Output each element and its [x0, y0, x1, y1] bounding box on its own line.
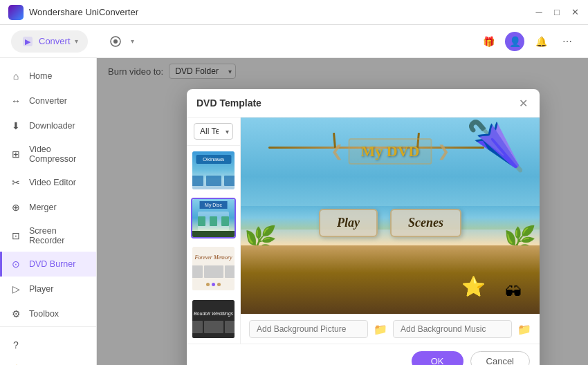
template-item-okinawa[interactable]: Okinawa TourismOkinawa — [191, 150, 236, 191]
bg-picture-input[interactable] — [249, 320, 368, 338]
template-thumb-memory: Forever Memory — [192, 247, 235, 292]
sidebar-label-dvd-burner: DVD Burner — [29, 259, 75, 269]
memory-title: Forever Memory — [194, 254, 232, 261]
okinawa-banner: Okinawa — [196, 155, 231, 164]
sidebar-label-video-editor: Video Editor — [29, 178, 76, 187]
sidebar-item-video-editor[interactable]: ✂ Video Editor — [0, 170, 96, 195]
toolbox-icon: ⚙ — [10, 308, 22, 320]
sidebar-item-dvd-burner[interactable]: ⊙ DVD Burner — [0, 252, 96, 277]
toolbar-icons: 🎁 👤 🔔 ⋯ — [479, 32, 577, 51]
sidebar-item-screen-recorder[interactable]: ⊡ Screen Recorder — [0, 220, 96, 252]
template-thumb-okinawa: Okinawa — [192, 151, 235, 191]
bg-music-folder-icon[interactable]: 📁 — [517, 323, 531, 336]
user-icon[interactable]: 👤 — [505, 32, 524, 51]
screen-button[interactable]: ▾ — [99, 30, 144, 53]
screen-icon — [109, 35, 122, 48]
template-select-wrap: All Templates(39) — [194, 123, 233, 140]
top-toolbar: ▶ Convert ▾ ▾ 🎁 👤 🔔 ⋯ — [0, 25, 588, 58]
player-icon: ▷ — [10, 283, 22, 295]
cancel-button[interactable]: Cancel — [470, 351, 530, 365]
sidebar-label-video-compressor: Video Compressor — [29, 144, 86, 164]
gift-icon[interactable]: 🎁 — [479, 32, 498, 51]
scenes-button[interactable]: Scenes — [390, 209, 461, 237]
dialog-body: All Templates(39) Okinawa — [187, 118, 540, 344]
convert-button[interactable]: ▶ Convert ▾ — [11, 30, 88, 53]
arrow-right-icon: ❯ — [437, 142, 450, 160]
sidebar-label-converter: Converter — [29, 96, 67, 106]
sidebar-item-video-compressor[interactable]: ⊞ Video Compressor — [0, 138, 96, 170]
starfish-icon: ⭐ — [461, 275, 486, 298]
beach-buttons: Play Scenes — [319, 209, 461, 237]
sidebar-item-notifications[interactable]: 🔔 — [0, 357, 96, 365]
convert-label: Convert — [39, 36, 71, 46]
dialog-header: DVD Template ✕ — [187, 89, 540, 118]
maximize-button[interactable]: □ — [552, 8, 562, 17]
sidebar-item-merger[interactable]: ⊕ Merger — [0, 195, 96, 220]
okinawa-circles — [206, 189, 221, 191]
memory-grid — [192, 263, 235, 281]
sidebar-item-downloader[interactable]: ⬇ Downloader — [0, 113, 96, 138]
template-item-memory[interactable]: Forever Memory Forever Memo — [191, 245, 236, 292]
screen-dropdown-icon: ▾ — [131, 37, 134, 45]
sidebar-item-toolbox[interactable]: ⚙ Toolbox — [0, 301, 96, 326]
video-compressor-icon: ⊞ — [10, 148, 22, 160]
sidebar-label-home: Home — [29, 71, 52, 81]
ok-button[interactable]: OK — [412, 351, 463, 365]
play-button[interactable]: Play — [319, 209, 378, 237]
dialog-title: DVD Template — [196, 97, 261, 109]
sidebar-item-home[interactable]: ⌂ Home — [0, 64, 96, 88]
main-layout: ⌂ Home ↔ Converter ⬇ Downloader ⊞ Video … — [0, 58, 588, 365]
sidebar-label-toolbox: Toolbox — [29, 309, 59, 319]
template-thumb-happiness: Boudoir Weddings — [192, 300, 235, 339]
template-filter: All Templates(39) — [187, 118, 240, 146]
seaside-banner: My Disc — [199, 201, 228, 209]
screen-recorder-icon: ⊡ — [10, 230, 22, 242]
toolbar-right: 🎁 👤 🔔 ⋯ — [479, 32, 577, 51]
sidebar: ⌂ Home ↔ Converter ⬇ Downloader ⊞ Video … — [0, 58, 97, 365]
preview-bottom: 📁 📁 — [241, 314, 540, 344]
template-thumb-seaside: My Disc — [192, 199, 235, 238]
happiness-title: Boudoir Weddings — [194, 311, 233, 316]
bg-music-input[interactable] — [393, 320, 512, 338]
template-scroll: Okinawa TourismOkinawa — [187, 146, 240, 344]
converter-icon: ↔ — [10, 95, 22, 107]
seaside-bottom — [192, 231, 235, 238]
app-icon — [8, 5, 24, 20]
bell-icon[interactable]: 🔔 — [531, 32, 551, 51]
dialog-close-button[interactable]: ✕ — [516, 96, 530, 110]
video-editor-icon: ✂ — [10, 176, 22, 189]
convert-icon: ▶ — [21, 35, 35, 48]
app-title: Wondershare UniConverter — [29, 7, 138, 17]
beach-background: ❮ My DVD ❯ 🌂 🌿 🌿 — [241, 118, 540, 314]
template-filter-select[interactable]: All Templates(39) — [194, 123, 233, 140]
sidebar-item-help[interactable]: ? — [0, 333, 96, 357]
sidebar-label-player: Player — [29, 284, 53, 294]
dialog-footer: OK Cancel — [187, 344, 540, 365]
template-item-happiness[interactable]: Boudoir Weddings Happiness — [191, 299, 236, 339]
template-item-seaside[interactable]: My Disc — [191, 198, 236, 238]
ellipsis-icon[interactable]: ⋯ — [558, 32, 577, 51]
content-area: Burn video to: DVD Folder DVD Template ✕ — [97, 58, 588, 365]
umbrella-icon: 🌂 — [466, 118, 526, 174]
beach-sand — [241, 245, 540, 314]
arrow-left-icon: ❮ — [331, 142, 343, 160]
sidebar-item-converter[interactable]: ↔ Converter — [0, 88, 96, 113]
close-button[interactable]: ✕ — [570, 8, 580, 17]
template-list-panel: All Templates(39) Okinawa — [187, 118, 241, 344]
merger-icon: ⊕ — [10, 201, 22, 214]
dvd-template-dialog: DVD Template ✕ All Templates(39) — [187, 89, 540, 365]
sidebar-item-player[interactable]: ▷ Player — [0, 277, 96, 301]
svg-text:▶: ▶ — [25, 37, 31, 46]
beach-sign: ❮ My DVD ❯ — [331, 138, 450, 165]
home-icon: ⌂ — [10, 70, 22, 82]
convert-dropdown-icon: ▾ — [75, 37, 78, 45]
happiness-grid — [192, 318, 235, 336]
dvd-burner-icon: ⊙ — [10, 258, 22, 270]
minimize-button[interactable]: ─ — [534, 8, 544, 17]
title-bar-controls: ─ □ ✕ — [534, 8, 580, 17]
bg-picture-folder-icon[interactable]: 📁 — [374, 323, 387, 336]
preview-image: ❮ My DVD ❯ 🌂 🌿 🌿 — [241, 118, 540, 314]
help-icon: ? — [10, 339, 22, 351]
sidebar-bottom: ? 🔔 ↺ — [0, 326, 96, 365]
memory-dots — [206, 283, 221, 286]
